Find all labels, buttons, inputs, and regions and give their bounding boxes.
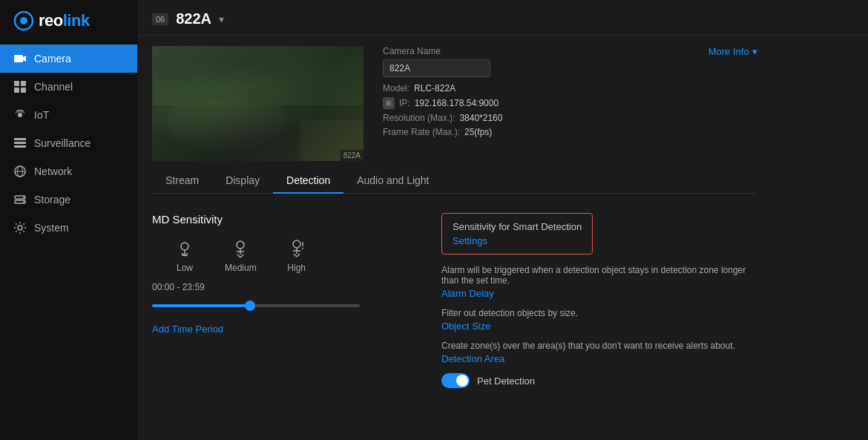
system-icon bbox=[13, 221, 27, 234]
main-content: 06 822A ▾ 822A bbox=[137, 0, 868, 440]
svg-point-24 bbox=[181, 243, 188, 250]
camera-thumbnail: 822A bbox=[152, 46, 364, 161]
svg-point-18 bbox=[23, 201, 24, 203]
sidebar-label-network: Network bbox=[34, 165, 72, 177]
svg-rect-2 bbox=[14, 55, 23, 62]
resolution-info: Resolution (Max.): 3840*2160 bbox=[383, 113, 757, 123]
svg-rect-10 bbox=[14, 142, 26, 144]
sidebar-label-system: System bbox=[34, 222, 69, 234]
more-info-button[interactable]: More Info ▾ bbox=[708, 46, 757, 57]
smart-detection-settings-link[interactable]: Settings bbox=[453, 235, 582, 246]
tabs-row: Stream Display Detection Audio and Light bbox=[152, 168, 757, 194]
md-sensitivity-section: MD Sensitivity Low bbox=[152, 213, 419, 430]
ip-info: ⊞ IP: 192.168.178.54:9000 bbox=[383, 97, 757, 109]
svg-line-37 bbox=[294, 254, 297, 257]
camera-name-label: Camera Name bbox=[383, 46, 490, 56]
tab-audio-light[interactable]: Audio and Light bbox=[343, 168, 442, 194]
smart-detection-box: Sensitivity for Smart Detection Settings bbox=[441, 213, 593, 255]
sidebar-item-system[interactable]: System bbox=[0, 214, 137, 242]
svg-point-8 bbox=[18, 113, 22, 117]
toggle-knob bbox=[456, 375, 468, 387]
sensitivity-low: Low bbox=[174, 239, 195, 273]
ip-icon: ⊞ bbox=[383, 97, 395, 109]
alarm-delay-row: Alarm will be triggered when a detection… bbox=[441, 265, 757, 299]
object-size-row: Filter out detection objects by size. Ob… bbox=[441, 308, 757, 332]
sidebar-item-storage[interactable]: Storage bbox=[0, 185, 137, 214]
sensitivity-slider[interactable] bbox=[152, 298, 360, 313]
sidebar-item-camera[interactable]: Camera bbox=[0, 45, 137, 73]
camera-dropdown-arrow[interactable]: ▾ bbox=[219, 13, 224, 25]
sidebar-label-iot: IoT bbox=[34, 109, 49, 121]
reolink-logo-icon bbox=[13, 10, 34, 31]
tab-display[interactable]: Display bbox=[212, 168, 273, 194]
svg-point-29 bbox=[237, 241, 244, 249]
sidebar-item-channel[interactable]: Channel bbox=[0, 73, 137, 101]
camera-info-panel: Camera Name More Info ▾ Model: RLC-822A bbox=[375, 46, 757, 161]
svg-rect-4 bbox=[14, 81, 19, 86]
add-time-period[interactable]: Add Time Period bbox=[152, 324, 419, 335]
sidebar-item-network[interactable]: Network bbox=[0, 157, 137, 185]
camera-icon bbox=[13, 52, 27, 65]
model-info: Model: RLC-822A bbox=[383, 83, 757, 93]
logo-text: reolink bbox=[39, 11, 90, 30]
main-header: 06 822A ▾ bbox=[137, 0, 868, 36]
high-sensitivity-icon bbox=[286, 239, 307, 260]
surveillance-icon bbox=[13, 137, 27, 150]
medium-sensitivity-icon bbox=[230, 239, 251, 260]
svg-point-40 bbox=[302, 248, 303, 249]
tab-stream[interactable]: Stream bbox=[152, 168, 212, 194]
network-icon bbox=[13, 165, 27, 178]
camera-name-input[interactable] bbox=[383, 59, 490, 77]
pet-detection-toggle[interactable] bbox=[441, 373, 470, 388]
svg-rect-6 bbox=[14, 88, 19, 93]
svg-rect-7 bbox=[21, 88, 26, 93]
svg-point-22 bbox=[167, 91, 286, 150]
iot-icon bbox=[13, 108, 27, 122]
alarm-delay-desc: Alarm will be triggered when a detection… bbox=[441, 265, 757, 286]
tab-detection[interactable]: Detection bbox=[273, 168, 343, 194]
sensitivity-high: High bbox=[286, 239, 307, 273]
svg-line-33 bbox=[240, 255, 243, 257]
detection-area-link[interactable]: Detection Area bbox=[441, 353, 757, 364]
smart-detection-section: Sensitivity for Smart Detection Settings… bbox=[441, 213, 757, 430]
sidebar: reolink Camera Channel bbox=[0, 0, 137, 440]
detection-area-row: Create zone(s) over the area(s) that you… bbox=[441, 341, 757, 364]
sidebar-nav: Camera Channel IoT S bbox=[0, 45, 137, 242]
smart-detection-title: Sensitivity for Smart Detection bbox=[453, 221, 582, 232]
svg-point-34 bbox=[293, 240, 300, 248]
pet-detection-row: Pet Detection bbox=[441, 373, 757, 388]
svg-rect-9 bbox=[14, 138, 26, 140]
detection-content: MD Sensitivity Low bbox=[152, 213, 757, 430]
md-sensitivity-title: MD Sensitivity bbox=[152, 213, 419, 226]
sidebar-item-surveillance[interactable]: Surveillance bbox=[0, 129, 137, 157]
sensitivity-icons: Low Medium bbox=[152, 239, 419, 273]
storage-icon bbox=[13, 193, 27, 206]
time-range: 00:00 - 23:59 bbox=[152, 282, 419, 292]
svg-point-19 bbox=[18, 226, 22, 230]
sidebar-label-storage: Storage bbox=[34, 194, 70, 206]
object-size-desc: Filter out detection objects by size. bbox=[441, 308, 757, 318]
camera-title: 822A bbox=[176, 10, 211, 27]
content-area: 822A Camera Name More Info ▾ bbox=[137, 36, 868, 440]
sensitivity-medium: Medium bbox=[225, 239, 257, 273]
sidebar-label-surveillance: Surveillance bbox=[34, 137, 91, 149]
svg-rect-5 bbox=[21, 81, 26, 86]
channel-badge: 06 bbox=[152, 13, 168, 25]
svg-line-38 bbox=[297, 254, 300, 257]
svg-rect-23 bbox=[300, 120, 364, 161]
logo: reolink bbox=[0, 0, 137, 42]
detection-area-desc: Create zone(s) over the area(s) that you… bbox=[441, 341, 757, 351]
svg-rect-11 bbox=[14, 145, 26, 148]
svg-line-32 bbox=[237, 255, 240, 257]
sidebar-label-camera: Camera bbox=[34, 53, 71, 65]
alarm-delay-link[interactable]: Alarm Delay bbox=[441, 288, 757, 299]
svg-point-17 bbox=[23, 197, 24, 198]
framerate-info: Frame Rate (Max.): 25(fps) bbox=[383, 127, 757, 137]
object-size-link[interactable]: Object Size bbox=[441, 321, 757, 332]
channel-icon bbox=[13, 80, 27, 93]
pet-detection-label: Pet Detection bbox=[477, 375, 535, 387]
sidebar-label-channel: Channel bbox=[34, 81, 73, 93]
svg-point-1 bbox=[20, 17, 27, 24]
sidebar-item-iot[interactable]: IoT bbox=[0, 101, 137, 129]
low-sensitivity-icon bbox=[174, 239, 195, 260]
